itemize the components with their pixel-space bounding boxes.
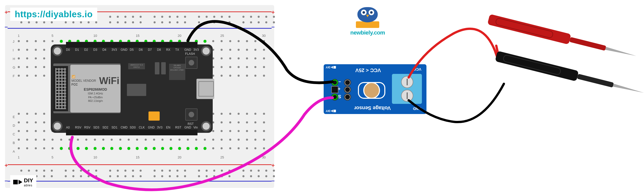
svg-rect-4 <box>495 51 579 82</box>
svg-rect-7 <box>503 55 561 75</box>
diy-icon <box>13 180 22 184</box>
silabs-chip: SILABS CP2102 DCL00X 1708+ <box>169 64 185 80</box>
voltage-sensor-module: Voltage Sensor VCC < 25V VCC GND − + S D… <box>324 64 426 114</box>
screw-terminals <box>392 74 422 104</box>
svg-rect-1 <box>569 37 606 51</box>
flash-button <box>185 57 197 69</box>
pin-header-top <box>66 42 197 47</box>
diy-badge-icon: DIY <box>326 66 336 69</box>
reset-button <box>185 108 197 121</box>
pin-s-hole <box>331 93 338 101</box>
pin-plus-hole <box>331 86 338 93</box>
svg-rect-3 <box>495 18 553 38</box>
power-rail-bot-pos <box>8 164 272 165</box>
svg-rect-0 <box>487 14 571 45</box>
wiring-diagram: + − + − + − + − 1 5 10 15 20 25 30 1 5 1… <box>0 0 644 194</box>
diyables-logo: DIYables <box>10 175 36 189</box>
power-rail-top-neg <box>8 28 272 29</box>
power-rail-bot-neg <box>8 181 272 182</box>
svg-rect-5 <box>577 74 614 88</box>
ams-regulator: AMS1117 3.3 ON711 <box>128 63 145 69</box>
pin-header-bottom <box>66 130 197 135</box>
vcc-terminal <box>401 76 413 88</box>
antenna <box>53 66 68 111</box>
svg-marker-6 <box>613 84 644 94</box>
micro-usb-port <box>196 79 214 99</box>
gnd-terminal <box>401 90 413 102</box>
amber-component <box>148 111 160 121</box>
diy-badge-icon: DIY <box>326 109 336 112</box>
esp-shield: 📶 MODEL VENDOR FCC WiFi ESP8266MOD ISM 2… <box>70 65 121 112</box>
pin-minus-hole <box>331 79 338 86</box>
esp8266-nodemcu: D0D1D2D3D43V3GNDD5D6D7D8RXTXGND3V3 A0RSV… <box>51 44 213 133</box>
svg-marker-2 <box>605 47 637 57</box>
sensor-title: Voltage Sensor <box>354 105 391 111</box>
resistor-divider-icon <box>358 82 385 99</box>
wifi-icon: WiFi <box>99 75 120 87</box>
diyables-url: https://diyables.io <box>10 8 97 21</box>
owl-icon <box>357 7 378 22</box>
sensor-warning: VCC < 25V <box>355 67 381 73</box>
newbiely-logo: newbiely.com <box>350 7 385 36</box>
